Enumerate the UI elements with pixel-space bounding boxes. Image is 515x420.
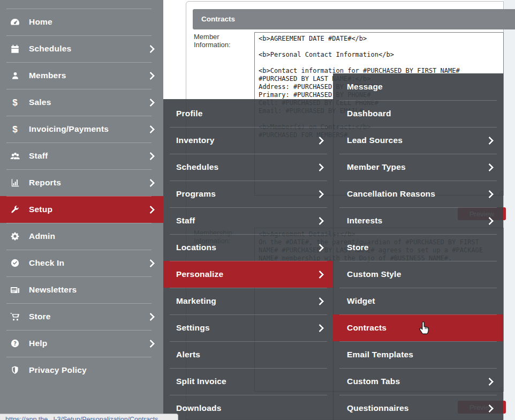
setup-menu-item-schedules[interactable]: Schedules (163, 154, 334, 181)
menu-item-label: Interests (347, 216, 487, 226)
sidebar-item-reports[interactable]: Reports (0, 169, 163, 196)
menu-item-label: Alerts (176, 350, 323, 359)
personalize-menu-item-message[interactable]: Message (333, 73, 503, 100)
personalize-menu-item-dashboard[interactable]: Dashboard (333, 100, 503, 127)
menu-item-label: Help (29, 339, 148, 348)
menu-item-label: Personalize (176, 269, 317, 279)
personalize-menu-item-lead-sources[interactable]: Lead Sources (333, 127, 503, 154)
chevron-right-icon (147, 205, 155, 214)
setup-menu-item-programs[interactable]: Programs (163, 181, 334, 207)
sidebar-item-setup[interactable]: Setup (0, 196, 163, 223)
sidebar-item-newsletters[interactable]: Newsletters (0, 276, 163, 303)
sidebar-item-store[interactable]: Store (0, 303, 163, 330)
newspaper-icon (9, 284, 21, 295)
sidebar-item-admin[interactable]: Admin (0, 223, 163, 250)
chevron-right-icon (486, 377, 494, 386)
personalize-menu-item-widget[interactable]: Widget (333, 288, 503, 314)
menu-item-label: Admin (29, 231, 154, 241)
menu-item-label: Custom Tabs (347, 377, 487, 386)
shopping-cart-icon (9, 311, 21, 322)
app-window: Contracts Member Information: <b>AGREEME… (0, 0, 515, 420)
menu-item-label: Reports (29, 178, 148, 188)
personalize-menu-item-store[interactable]: Store (333, 234, 503, 261)
panel-title: Contracts (193, 9, 515, 29)
chevron-right-icon (486, 136, 494, 145)
dashboard-icon (9, 17, 21, 27)
personalize-menu-item-custom-tabs[interactable]: Custom Tabs (333, 368, 503, 395)
menu-item-label: Inventory (176, 136, 317, 145)
sidebar-item-help[interactable]: ?Help (0, 330, 163, 357)
setup-menu-item-split-invoice[interactable]: Split Invoice (163, 368, 334, 395)
chevron-right-icon (316, 216, 324, 225)
menu-item-label: Store (29, 312, 148, 321)
menu-item-label: Custom Style (347, 269, 493, 279)
menu-item-label: Store (347, 243, 493, 252)
chevron-right-icon (147, 259, 155, 267)
chevron-right-icon (316, 270, 324, 279)
calendar-icon (9, 43, 21, 54)
setup-menu-item-downloads[interactable]: Downloads (163, 395, 334, 420)
menu-item-label: Message (347, 82, 493, 92)
setup-menu-item-inventory[interactable]: Inventory (163, 127, 334, 154)
menu-item-label: Locations (176, 243, 317, 252)
setup-menu-item-personalize[interactable]: Personalize (163, 261, 334, 288)
member-information-label: Member Information: (194, 33, 250, 49)
setup-menu-item-locations[interactable]: Locations (163, 234, 334, 261)
personalize-submenu: MessageDashboardLead SourcesMember Types… (333, 73, 503, 420)
users-icon (9, 151, 21, 161)
sidebar-item-schedules[interactable]: Schedules (0, 35, 163, 62)
menu-item-label: Newsletters (29, 285, 154, 295)
menu-item-label: Schedules (176, 162, 317, 172)
sidebar-item-invoicing-payments[interactable]: $Invoicing/Payments (0, 116, 163, 142)
chevron-right-icon (147, 98, 155, 107)
menu-item-label: Email Templates (347, 350, 493, 359)
setup-submenu: ProfileInventorySchedulesProgramsStaffLo… (163, 99, 334, 420)
setup-menu-item-staff[interactable]: Staff (163, 207, 334, 234)
personalize-menu-item-custom-style[interactable]: Custom Style (333, 261, 503, 288)
user-icon (9, 70, 21, 81)
menu-item-label: Sales (29, 98, 148, 107)
chevron-right-icon (486, 163, 494, 171)
sidebar-item-sales[interactable]: $Sales (0, 89, 163, 116)
menu-item-label: Dashboard (347, 109, 493, 118)
chevron-right-icon (316, 190, 324, 198)
menu-item-label: Lead Sources (347, 136, 487, 145)
personalize-menu-item-member-types[interactable]: Member Types (333, 154, 503, 181)
chevron-right-icon (316, 163, 324, 171)
menu-item-label: Questionnaires (347, 403, 487, 413)
chevron-right-icon (316, 297, 324, 305)
personalize-menu-item-contracts[interactable]: Contracts (333, 314, 503, 341)
sidebar-item-check-in[interactable]: Check In (0, 250, 163, 276)
shield-icon (9, 365, 21, 376)
chevron-right-icon (486, 190, 494, 198)
menu-item-label: Profile (176, 109, 323, 118)
menu-item-label: Settings (176, 323, 317, 333)
setup-menu-item-profile[interactable]: Profile (163, 100, 334, 127)
menu-item-label: Schedules (29, 44, 148, 54)
chevron-right-icon (147, 152, 155, 160)
chevron-right-icon (486, 404, 494, 412)
question-circle-icon: ? (9, 338, 21, 349)
setup-menu-item-alerts[interactable]: Alerts (163, 341, 334, 368)
wrench-icon (9, 204, 21, 215)
setup-menu-item-marketing[interactable]: Marketing (163, 288, 334, 314)
sidebar-item-members[interactable]: Members (0, 62, 163, 89)
menu-item-label: Home (29, 17, 154, 27)
menu-item-label: Programs (176, 189, 317, 199)
menu-item-label: Staff (29, 151, 148, 161)
menu-item-label: Staff (176, 216, 317, 226)
menu-item-label: Widget (347, 296, 493, 306)
chevron-right-icon (147, 125, 155, 133)
personalize-menu-item-interests[interactable]: Interests (333, 207, 503, 234)
setup-menu-item-settings[interactable]: Settings (163, 314, 334, 341)
menu-item-label: Split Invoice (176, 377, 323, 386)
sidebar-item-staff[interactable]: Staff (0, 142, 163, 169)
sidebar-item-privacy-policy[interactable]: Privacy Policy (0, 357, 163, 384)
personalize-menu-item-cancellation-reasons[interactable]: Cancellation Reasons (333, 181, 503, 207)
sidebar-item-home[interactable]: Home (0, 9, 163, 35)
chevron-right-icon (316, 243, 324, 252)
personalize-menu-item-email-templates[interactable]: Email Templates (333, 341, 503, 368)
personalize-menu-item-questionnaires[interactable]: Questionnaires (333, 395, 503, 420)
bar-chart-icon (9, 177, 21, 188)
dollar-icon: $ (9, 97, 21, 108)
